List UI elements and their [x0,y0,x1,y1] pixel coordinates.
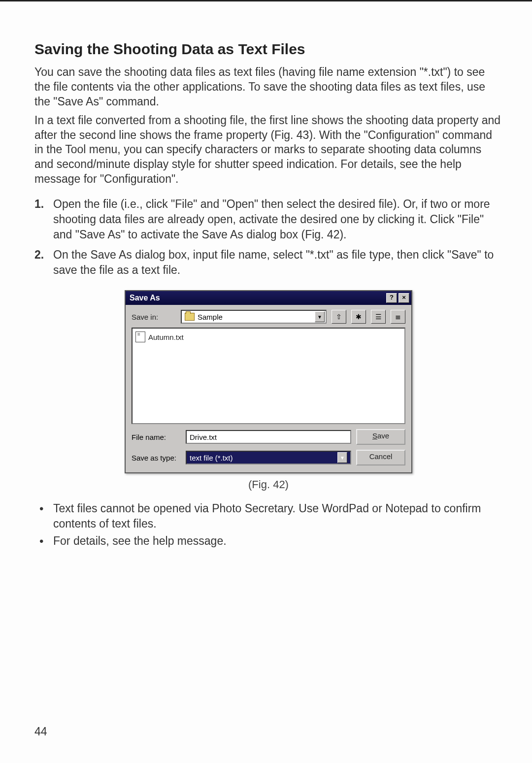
page-number: 44 [34,725,47,738]
bullet-item: Text files cannot be opened via Photo Se… [34,501,502,531]
chevron-down-icon[interactable]: ▼ [337,452,347,463]
file-name-input[interactable]: Drive.txt [186,430,351,444]
close-button[interactable]: × [399,293,409,303]
save-in-value: Sample [198,313,223,321]
dialog-figure: Save As ? × Save in: Sample ▼ ⇧ ✱ ☰ [34,290,502,473]
file-list-area[interactable]: Autumn.txt [132,328,405,424]
paragraph-2: In a text file converted from a shooting… [34,113,502,187]
save-as-type-dropdown[interactable]: text file (*.txt) ▼ [186,451,351,464]
page: Saving the Shooting Data as Text Files Y… [0,0,532,763]
save-as-type-label: Save as type: [132,454,181,462]
file-item[interactable]: Autumn.txt [135,332,401,342]
help-button[interactable]: ? [386,293,397,303]
dialog-titlebar: Save As ? × [126,291,411,305]
file-name-label: File name: [132,433,181,441]
chevron-down-icon[interactable]: ▼ [315,311,325,322]
dialog-title: Save As [130,294,160,302]
save-button[interactable]: Save [356,429,405,445]
figure-caption: (Fig. 42) [34,478,502,491]
file-name-value: Drive.txt [190,433,217,441]
folder-icon [185,313,195,321]
step-item: 1. Open the file (i.e., click "File" and… [34,197,502,242]
steps-list: 1. Open the file (i.e., click "File" and… [34,197,502,278]
list-view-icon[interactable]: ☰ [371,310,386,324]
save-as-type-value: text file (*.txt) [190,454,233,462]
new-folder-icon[interactable]: ✱ [351,310,366,324]
bullet-item: For details, see the help message. [34,533,502,549]
step-text: On the Save As dialog box, input file na… [53,248,494,276]
save-as-dialog: Save As ? × Save in: Sample ▼ ⇧ ✱ ☰ [125,290,412,473]
step-text: Open the file (i.e., click "File" and "O… [53,198,490,241]
step-item: 2. On the Save As dialog box, input file… [34,247,502,278]
page-heading: Saving the Shooting Data as Text Files [34,41,502,58]
cancel-button[interactable]: Cancel [356,450,405,465]
file-item-name: Autumn.txt [148,333,184,341]
save-in-dropdown[interactable]: Sample ▼ [181,310,327,324]
paragraph-1: You can save the shooting data files as … [34,65,502,109]
titlebar-buttons: ? × [386,293,409,303]
bullet-list: Text files cannot be opened via Photo Se… [34,501,502,549]
details-view-icon[interactable]: ≣ [391,310,405,324]
up-one-level-icon[interactable]: ⇧ [332,310,346,324]
save-in-row: Save in: Sample ▼ ⇧ ✱ ☰ ≣ [126,305,411,328]
step-number: 2. [34,247,44,263]
text-file-icon [135,332,145,342]
dialog-bottom-rows: File name: Drive.txt Save Save as type: … [126,424,411,472]
save-in-label: Save in: [132,313,176,321]
step-number: 1. [34,197,44,212]
